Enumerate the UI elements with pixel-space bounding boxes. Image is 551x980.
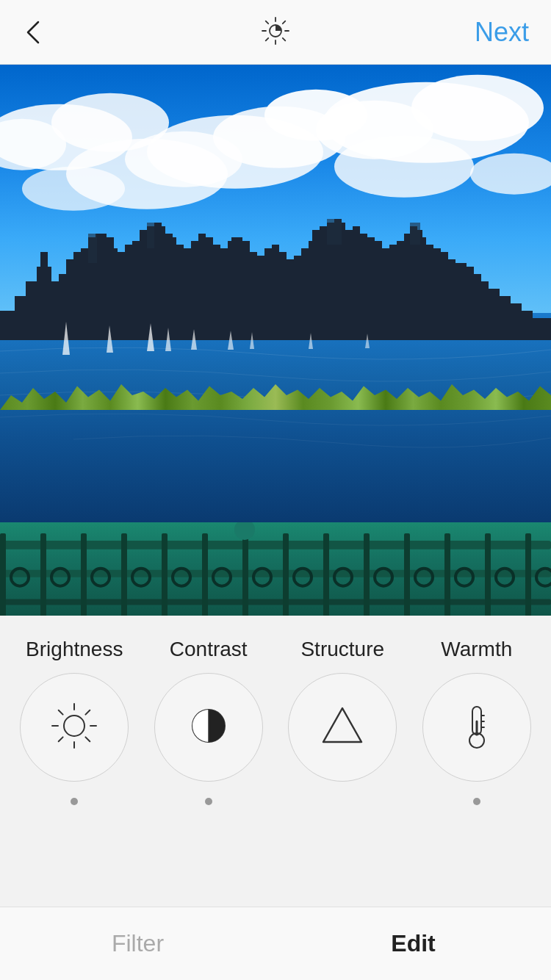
tool-contrast: Contrast: [150, 638, 267, 805]
svg-line-6: [283, 37, 286, 40]
brightness-dot: [71, 798, 78, 805]
svg-line-7: [283, 21, 286, 24]
brightness-label: Brightness: [26, 638, 123, 661]
structure-icon: [316, 699, 369, 755]
bottom-tabs: Filter Edit: [0, 907, 551, 980]
tool-brightness: Brightness: [15, 638, 133, 805]
sun-icon: [48, 699, 101, 755]
back-button[interactable]: [22, 16, 44, 48]
header: Next: [0, 0, 551, 65]
controls-area: Brightness: [0, 616, 551, 805]
svg-line-76: [59, 737, 63, 741]
filter-icon: [259, 15, 292, 50]
svg-line-74: [86, 737, 90, 741]
warmth-label: Warmth: [441, 638, 512, 661]
tool-warmth: Warmth: [418, 638, 536, 805]
tool-structure: Structure: [284, 638, 401, 805]
brightness-button[interactable]: [20, 673, 129, 782]
svg-line-73: [59, 710, 63, 715]
contrast-dot: [205, 798, 212, 805]
structure-button[interactable]: [288, 673, 397, 782]
warmth-dot: [473, 798, 480, 805]
photo-preview: [0, 65, 551, 616]
contrast-icon: [182, 699, 235, 755]
thermometer-icon: [450, 699, 503, 755]
contrast-button[interactable]: [154, 673, 263, 782]
filter-tab[interactable]: Filter: [0, 930, 276, 957]
svg-point-68: [64, 716, 84, 736]
tools-row: Brightness: [0, 616, 551, 805]
structure-label: Structure: [300, 638, 384, 661]
warmth-button[interactable]: [422, 673, 531, 782]
svg-line-8: [266, 37, 269, 40]
svg-line-75: [86, 710, 90, 715]
next-button[interactable]: Next: [475, 17, 529, 48]
svg-line-5: [266, 21, 269, 24]
contrast-label: Contrast: [170, 638, 248, 661]
edit-tab[interactable]: Edit: [276, 930, 551, 957]
